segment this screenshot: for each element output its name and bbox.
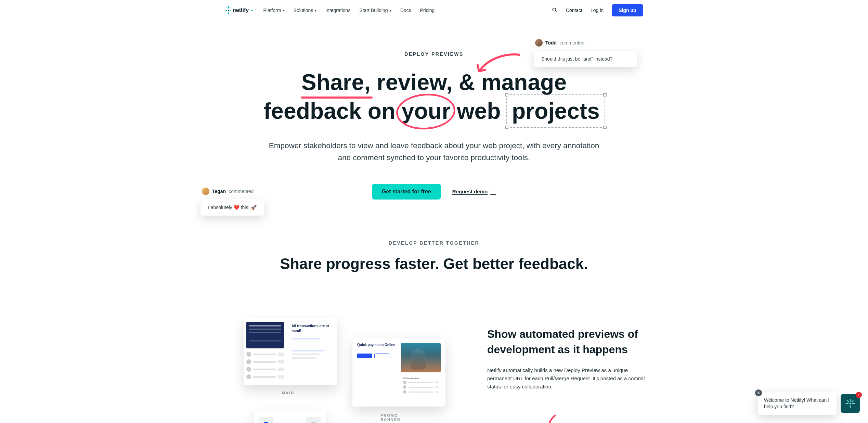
mock-promo-title: Quick payments Online	[357, 343, 398, 347]
comment-tegan-header: Tegan commented	[202, 188, 254, 194]
headline-word-feedback: feedback	[263, 97, 361, 125]
nav-solutions[interactable]: Solutions ▾	[294, 8, 317, 13]
mock-label-main: MAIN	[282, 391, 294, 395]
netlify-spark-icon	[845, 398, 855, 409]
headline-word-manage: manage	[481, 68, 567, 97]
nav-start-building[interactable]: Start Building ▾	[359, 8, 391, 13]
nav-label: Docs	[400, 8, 411, 13]
hero-headline: Share, review, & manage feedback on your…	[263, 68, 604, 126]
headline-word-share: Share,	[301, 68, 371, 97]
selection-handle-icon	[603, 126, 607, 129]
chevron-down-icon: ▾	[315, 9, 316, 12]
comment-body: I absolutely ❤️ this! 🚀	[208, 205, 257, 210]
comment-text: this!	[241, 205, 251, 210]
mock-button-icon	[357, 354, 372, 358]
mock-line-icon	[292, 354, 320, 355]
svg-rect-17	[849, 402, 851, 405]
selection-handle-icon	[603, 93, 607, 97]
mock-card-promo: Quick payments Online All Transactions	[352, 338, 445, 407]
feature-body: Netlify automatically builds a new Deplo…	[487, 366, 648, 391]
brand-name: netlify	[233, 7, 249, 13]
headline-word-amp: &	[459, 68, 475, 97]
feature-automated-previews: Show automated previews of development a…	[487, 326, 648, 391]
chevron-down-icon: ▾	[283, 9, 285, 12]
comment-action-label: commented	[229, 189, 254, 194]
headline-word-web: web	[457, 97, 501, 125]
chat-badge: 1	[856, 392, 862, 398]
section-develop-together: DEVELOP BETTER TOGETHER Share progress f…	[0, 240, 868, 272]
mock-promo-panel-title: All Transactions	[403, 377, 439, 379]
mock-panel-icon	[246, 322, 284, 348]
close-icon: ✕	[757, 390, 760, 396]
hero-eyebrow: DEPLOY PREVIEWS	[0, 51, 868, 57]
cta-request-demo-link[interactable]: Request demo →	[452, 189, 496, 195]
svg-line-16	[852, 401, 853, 402]
nav-integrations[interactable]: Integrations	[325, 8, 350, 13]
nav-label: Platform	[263, 8, 281, 13]
feature-title: Show automated previews of development a…	[487, 326, 648, 357]
comment-card-todd: Should this just be "and" instead?	[534, 51, 637, 67]
chat-close-button[interactable]: ✕	[755, 389, 762, 396]
commenter-name: Todd	[545, 40, 557, 46]
cta-get-started-button[interactable]: Get started for free	[372, 184, 441, 200]
chevron-down-icon: ▾	[390, 9, 391, 12]
mock-square-icon	[306, 417, 321, 423]
search-icon[interactable]	[552, 7, 558, 14]
hero-subhead: Empower stakeholders to view and leave f…	[265, 140, 604, 164]
nav-label: Solutions	[294, 8, 313, 13]
mock-image-icon	[401, 343, 441, 372]
mock-button-icon	[374, 354, 389, 358]
headline-text: projects	[512, 98, 600, 124]
brand-logo[interactable]: netlify	[225, 5, 254, 16]
headline-word-on: on	[368, 97, 396, 125]
headline-word-your: your	[402, 97, 451, 125]
signup-button[interactable]: Sign up	[612, 4, 643, 16]
nav-label: Start Building	[359, 8, 388, 13]
comment-todd-header: Todd commented	[535, 39, 584, 45]
nav-label: Integrations	[325, 8, 350, 13]
mock-line-icon	[292, 357, 316, 359]
selection-handle-icon	[505, 126, 508, 129]
chat-launcher-button[interactable]: 1	[841, 394, 860, 413]
selection-handle-icon	[505, 93, 508, 97]
nav-contact[interactable]: Contact	[566, 8, 582, 13]
headline-word-projects: projects	[507, 97, 605, 125]
comment-card-tegan: I absolutely ❤️ this! 🚀	[200, 199, 264, 216]
mock-main-title: All transactions are at hand!	[292, 324, 332, 333]
chat-widget: ✕ Welcome to Netlify! What can I help yo…	[758, 392, 860, 415]
mock-label-promo: PROMO-BANNER	[380, 413, 401, 422]
nav-login[interactable]: Log in	[591, 8, 604, 13]
section2-eyebrow: DEVELOP BETTER TOGETHER	[0, 240, 868, 246]
decorative-squiggle-icon	[547, 414, 561, 423]
nav-pricing[interactable]: Pricing	[420, 8, 435, 13]
mock-card-main: All transactions are at hand!	[244, 318, 337, 385]
logo-mark-icon	[226, 6, 231, 14]
nav-docs[interactable]: Docs	[400, 8, 411, 13]
avatar-icon	[535, 39, 543, 47]
commenter-name: Tegan	[212, 189, 226, 194]
svg-line-4	[226, 8, 228, 9]
mock-square-icon	[259, 417, 274, 423]
section2-title: Share progress faster. Get better feedba…	[0, 255, 868, 272]
arrow-right-icon: →	[490, 189, 496, 195]
hero-cta-row: Get started for free Request demo →	[0, 184, 868, 200]
nav-platform[interactable]: Platform ▾	[263, 8, 285, 13]
nav-label: Pricing	[420, 8, 435, 13]
svg-line-10	[555, 11, 557, 12]
comment-text: I absolutely	[208, 205, 234, 210]
svg-line-5	[230, 8, 231, 9]
avatar-icon	[202, 188, 209, 195]
chat-bubble: ✕ Welcome to Netlify! What can I help yo…	[758, 392, 837, 415]
comment-action-label: commented	[559, 40, 584, 46]
svg-point-9	[553, 8, 556, 11]
svg-line-15	[847, 401, 849, 402]
svg-rect-6	[228, 10, 229, 11]
mock-line-icon	[292, 338, 320, 339]
heart-icon: ❤️	[234, 205, 239, 210]
mock-card-partial	[254, 411, 326, 423]
top-nav: netlify Platform ▾ Solutions ▾ Integrati…	[0, 0, 868, 21]
mock-line-icon	[292, 350, 325, 351]
chat-message: Welcome to Netlify! What can I help you …	[764, 397, 829, 409]
comment-body: Should this just be "and" instead?	[541, 56, 630, 62]
hero-section: DEPLOY PREVIEWS Share, review, & manage …	[0, 51, 868, 200]
